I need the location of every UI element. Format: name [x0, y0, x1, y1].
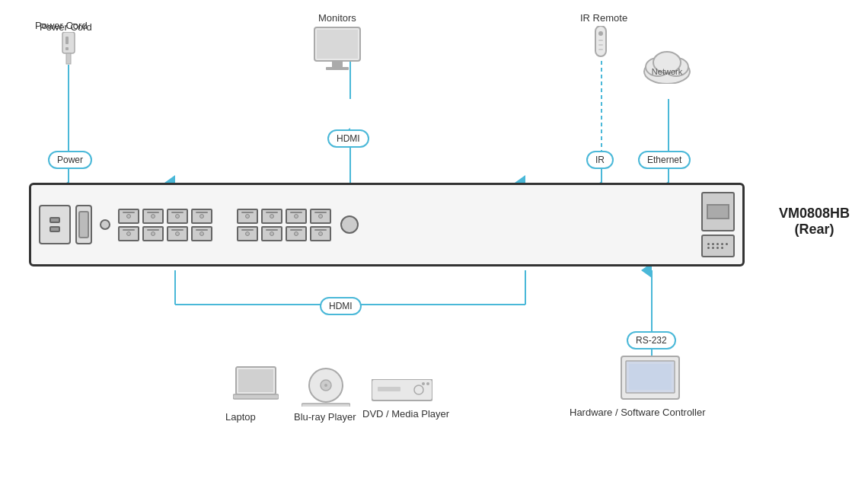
hdmi-out-4	[191, 209, 212, 224]
power-switch	[75, 205, 92, 244]
hdmi-top-badge: HDMI	[327, 129, 369, 148]
power-badge: Power	[48, 151, 92, 169]
reset-button	[340, 215, 359, 234]
power-cord-icon	[55, 32, 82, 68]
ir-badge: IR	[586, 151, 614, 169]
svg-rect-43	[302, 404, 350, 407]
svg-point-42	[324, 384, 327, 387]
bluray-label: Blu-ray Player	[294, 411, 356, 423]
hdmi-out-8	[191, 226, 212, 241]
svg-rect-51	[629, 364, 672, 390]
svg-rect-39	[233, 394, 279, 399]
hdmi-out-1	[118, 209, 139, 224]
hdmi-in-3	[286, 209, 307, 224]
controller-icon	[620, 355, 681, 403]
hdmi-out-6	[142, 226, 164, 241]
network-cloud-icon: Network	[640, 46, 694, 86]
svg-rect-30	[598, 44, 603, 46]
bluray-icon	[302, 365, 350, 409]
hdmi-out-7	[167, 226, 188, 241]
power-cord-text: Power Cord	[35, 20, 88, 31]
ethernet-port	[701, 192, 735, 231]
hdmi-out-5	[118, 226, 139, 241]
svg-rect-22	[66, 53, 71, 64]
svg-point-28	[598, 31, 603, 36]
svg-rect-45	[378, 387, 400, 391]
hdmi-outputs-group	[118, 209, 212, 241]
svg-rect-24	[317, 30, 358, 59]
hdmi-in-6	[261, 226, 282, 241]
hdmi-out-2	[142, 209, 164, 224]
serial-port	[701, 235, 735, 257]
ethernet-port-group	[701, 192, 735, 257]
hdmi-inputs-group	[237, 209, 331, 241]
power-socket	[39, 205, 71, 244]
ir-receiver	[100, 219, 110, 230]
svg-text:Network: Network	[652, 67, 683, 76]
svg-point-47	[422, 382, 425, 385]
hdmi-in-2	[261, 209, 282, 224]
svg-point-48	[426, 382, 429, 385]
hdmi-out-3	[167, 209, 188, 224]
dvd-label: DVD / Media Player	[362, 408, 449, 420]
hdmi-bottom-badge: HDMI	[320, 297, 362, 315]
svg-rect-38	[238, 369, 273, 392]
svg-rect-25	[332, 61, 343, 67]
svg-rect-21	[65, 47, 69, 50]
hdmi-in-5	[237, 226, 258, 241]
device-box	[29, 183, 745, 266]
ir-remote-icon	[593, 26, 608, 65]
hdmi-in-7	[286, 226, 307, 241]
rs232-badge: RS-232	[627, 331, 676, 349]
laptop-label: Laptop	[225, 411, 256, 423]
hdmi-in-4	[310, 209, 331, 224]
svg-rect-26	[326, 67, 349, 70]
svg-rect-29	[598, 40, 603, 41]
svg-rect-31	[598, 49, 603, 50]
hdmi-in-1	[237, 209, 258, 224]
ir-remote-label: IR Remote	[580, 12, 627, 24]
monitors-label: Monitors	[318, 12, 356, 24]
svg-rect-20	[65, 37, 69, 44]
laptop-icon	[233, 365, 279, 409]
ethernet-badge: Ethernet	[638, 151, 691, 169]
monitor-icon	[311, 26, 364, 81]
controller-label: Hardware / Software Controller	[570, 407, 705, 418]
dvd-icon	[372, 379, 432, 406]
hdmi-in-8	[310, 226, 331, 241]
model-label: VM0808HB (Rear)	[779, 206, 850, 238]
